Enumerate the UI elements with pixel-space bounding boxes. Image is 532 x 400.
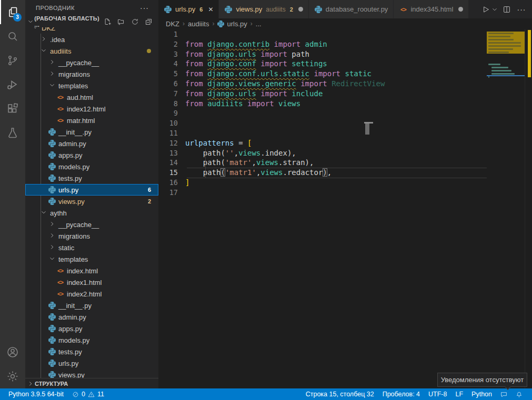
python-file-icon xyxy=(48,325,56,332)
tree-folder-pycache[interactable]: __pycache__ xyxy=(25,57,158,68)
line-number: 4 xyxy=(158,59,185,69)
minimap-line xyxy=(488,36,510,37)
workspace-section-header[interactable]: (РАБОЧАЯ ОБЛАСТЬ) ... xyxy=(25,16,158,27)
activity-settings-icon[interactable] xyxy=(0,364,25,388)
code-line-10[interactable]: 10 xyxy=(158,118,487,128)
tree-item-label: admin.py xyxy=(58,313,86,321)
status-python-version[interactable]: Python 3.9.5 64-bit xyxy=(4,388,68,400)
tree-file-index12.html[interactable]: <>index12.html xyxy=(25,103,158,115)
tree-file-index1.html[interactable]: <>index1.html xyxy=(25,276,158,288)
editor-group: urls.py6✕views.pyaudiiits2database_roout… xyxy=(158,0,532,388)
activity-run-debug-icon[interactable] xyxy=(0,73,25,97)
activity-bar: 3 xyxy=(0,0,25,388)
split-editor-icon[interactable] xyxy=(500,3,513,16)
tree-folder-templates[interactable]: templates xyxy=(25,80,158,91)
code-line-12[interactable]: 12urlpatterns = [ xyxy=(158,138,487,148)
close-icon[interactable]: ✕ xyxy=(208,6,213,13)
tree-folder-static[interactable]: static xyxy=(25,242,158,253)
tree-file-admin.py[interactable]: admin.py xyxy=(25,138,158,149)
more-icon[interactable]: ··· xyxy=(515,3,528,16)
activity-account-icon[interactable] xyxy=(0,340,25,364)
tree-file-models.py[interactable]: models.py xyxy=(25,334,158,346)
tree-file-init.py[interactable]: __init__.py xyxy=(25,126,158,138)
breadcrumb-item[interactable]: ... xyxy=(256,20,262,28)
status-language[interactable]: Python xyxy=(467,388,496,400)
tab-views.py[interactable]: views.pyaudiiits2 xyxy=(219,0,308,18)
tree-file-tests.py[interactable]: tests.py xyxy=(25,172,158,184)
tree-file-urls.py[interactable]: urls.py6 xyxy=(25,184,158,196)
tab-index345.html[interactable]: <>index345.html xyxy=(394,0,469,18)
code-line-2[interactable]: 2from django.contrib import admin xyxy=(158,39,487,49)
tree-file-matr.html[interactable]: <>matr.html xyxy=(25,115,158,126)
activity-explorer-icon[interactable]: 3 xyxy=(0,0,25,24)
status-cursor-position[interactable]: Строка 15, столбец 32 xyxy=(302,388,378,400)
tree-file-aud.html[interactable]: <>aud.html xyxy=(25,91,158,103)
status-encoding[interactable]: UTF-8 xyxy=(424,388,451,400)
tree-item-label: __init__.py xyxy=(58,302,92,310)
code-line-9[interactable]: 9 xyxy=(158,108,487,118)
new-file-icon[interactable] xyxy=(103,17,112,26)
tree-folder-templates[interactable]: templates xyxy=(25,253,158,265)
activity-source-control-icon[interactable] xyxy=(0,48,25,73)
tree-file-index2.html[interactable]: <>index2.html xyxy=(25,288,158,300)
code-line-4[interactable]: 4from django.conf import settings xyxy=(158,59,487,69)
tree-file-apps.py[interactable]: apps.py xyxy=(25,149,158,161)
breadcrumb-item[interactable]: audiiits xyxy=(188,20,209,28)
code-line-7[interactable]: 7from django.urls import include xyxy=(158,89,487,99)
collapse-all-icon[interactable] xyxy=(144,17,153,26)
breadcrumb-item[interactable]: urls.py xyxy=(217,20,247,28)
tree-file-models.py[interactable]: models.py xyxy=(25,161,158,172)
bell-icon[interactable] xyxy=(511,388,527,400)
code-line-6[interactable]: 6from django.views.generic import Redire… xyxy=(158,79,487,89)
outline-section-header[interactable]: СТРУКТУРА xyxy=(25,378,158,388)
run-dropdown-icon[interactable] xyxy=(491,3,498,16)
code-line-17[interactable]: 17 xyxy=(158,188,487,198)
minimap[interactable] xyxy=(487,29,525,113)
code-line-16[interactable]: 16] xyxy=(158,178,487,188)
code-line-11[interactable]: 11 xyxy=(158,128,487,138)
code-line-15[interactable]: 15 path('matr1',views.redactor), xyxy=(158,168,487,178)
status-indentation[interactable]: Пробелов: 4 xyxy=(378,388,424,400)
tree-folder-audiiits[interactable]: audiiits xyxy=(25,45,158,57)
activity-testing-icon[interactable] xyxy=(0,121,25,145)
tree-folder-migrations[interactable]: migrations xyxy=(25,230,158,242)
tree-item-label: urls.py xyxy=(58,186,78,194)
tree-folder-migrations[interactable]: migrations xyxy=(25,68,158,80)
tree-file-index.html[interactable]: <>index.html xyxy=(25,265,158,276)
overview-ruler[interactable] xyxy=(525,29,532,388)
tree-file-apps.py[interactable]: apps.py xyxy=(25,323,158,334)
tree-folder-idea[interactable]: .idea xyxy=(25,34,158,45)
code-line-3[interactable]: 3from django.urls import path xyxy=(158,49,487,59)
code-editor[interactable]: 12from django.contrib import admin3from … xyxy=(158,29,532,388)
tab-urls.py[interactable]: urls.py6✕ xyxy=(158,0,219,18)
code-line-8[interactable]: 8from audiiits import views xyxy=(158,99,487,109)
tab-databaseroouter.py[interactable]: database_roouter.py xyxy=(309,0,394,18)
tree-file-views.py[interactable]: views.py xyxy=(25,369,158,378)
code-line-13[interactable]: 13 path('',views.index), xyxy=(158,148,487,158)
code-line-14[interactable]: 14 path('matr',views.stran), xyxy=(158,158,487,168)
breadcrumb-item[interactable]: DKZ xyxy=(166,20,179,28)
refresh-icon[interactable] xyxy=(130,17,139,26)
tree-folder-dkz[interactable]: DKZ xyxy=(25,27,158,34)
activity-extensions-icon[interactable] xyxy=(0,97,25,121)
code-line-5[interactable]: 5from django.conf.urls.static import sta… xyxy=(158,69,487,79)
run-icon[interactable] xyxy=(479,3,492,16)
tree-item-label: templates xyxy=(58,82,88,90)
activity-search-icon[interactable] xyxy=(0,24,25,48)
tree-file-views.py[interactable]: views.py2 xyxy=(25,196,158,207)
tree-folder-aythh[interactable]: aythh xyxy=(25,207,158,219)
tree-file-admin.py[interactable]: admin.py xyxy=(25,311,158,323)
sidebar-more-icon[interactable]: ··· xyxy=(140,4,149,12)
problems-badge: 2 xyxy=(148,198,151,204)
code-line-1[interactable]: 1 xyxy=(158,29,487,39)
new-folder-icon[interactable] xyxy=(116,17,126,26)
status-problems[interactable]: 011 xyxy=(68,388,108,400)
tree-file-tests.py[interactable]: tests.py xyxy=(25,346,158,357)
status-eol[interactable]: LF xyxy=(451,388,467,400)
tree-file-init.py[interactable]: __init__.py xyxy=(25,300,158,311)
tree-folder-pycache[interactable]: __pycache__ xyxy=(25,219,158,230)
tree-file-urls.py[interactable]: urls.py xyxy=(25,357,158,369)
scrollbar-handle[interactable] xyxy=(365,124,369,135)
tree-item-label: .idea xyxy=(50,36,65,44)
feedback-icon[interactable] xyxy=(496,388,511,400)
